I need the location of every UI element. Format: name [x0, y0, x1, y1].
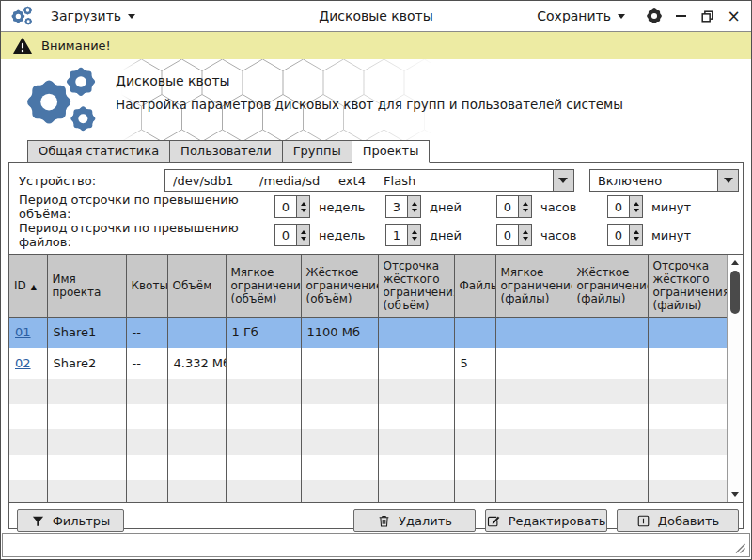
spinner-buttons[interactable]	[296, 225, 309, 245]
window-close-button[interactable]: ×	[726, 8, 742, 24]
device-combobox[interactable]: /dev/sdb1/media/sdext4Flash	[164, 169, 574, 192]
grace-files-weeks-group: 0недель	[274, 224, 385, 246]
grace-files-days-spinner[interactable]: 1	[385, 224, 421, 246]
empty-cell	[126, 480, 167, 503]
window-minimize-button[interactable]	[673, 8, 689, 24]
column-header[interactable]: Отсрочка жёсткого ограничения (объём)	[378, 255, 454, 317]
empty-cell	[378, 404, 454, 429]
projects-table-wrap: ID▲Имя проектаКвотыОбъёмМягкое ограничен…	[9, 254, 743, 503]
status-combobox-arrow[interactable]	[717, 170, 738, 191]
tab-users[interactable]: Пользователи	[169, 140, 283, 163]
spinner-value: 0	[497, 225, 518, 245]
table-cell	[572, 317, 648, 348]
device-label: Устройство:	[19, 174, 164, 188]
quota-status-combobox[interactable]: Включено	[589, 169, 739, 192]
grace-volume-days-spinner[interactable]: 3	[385, 195, 421, 218]
empty-cell	[126, 455, 167, 480]
spinner-buttons[interactable]	[407, 225, 420, 245]
spinner-up-icon	[412, 199, 417, 206]
empty-cell	[9, 455, 47, 480]
save-menu-button[interactable]: Сохранить	[533, 6, 629, 26]
empty-cell	[572, 480, 648, 503]
column-header[interactable]: Квоты	[126, 255, 167, 317]
column-header[interactable]: Мягкое ограничение (файлы)	[495, 255, 572, 317]
grace-files-hours-spinner[interactable]: 0	[496, 224, 532, 246]
edit-button[interactable]: Редактировать	[485, 509, 607, 532]
spinner-buttons[interactable]	[629, 225, 642, 245]
warning-icon	[13, 38, 32, 54]
resize-grip-icon[interactable]	[734, 542, 746, 554]
grace-volume-hours-spinner[interactable]: 0	[496, 195, 532, 218]
add-button-label: Добавить	[658, 514, 719, 528]
empty-cell	[378, 455, 454, 480]
device-combobox-arrow[interactable]	[553, 170, 573, 191]
empty-cell	[9, 480, 47, 503]
empty-cell	[572, 404, 648, 429]
spinner-buttons[interactable]	[296, 196, 309, 217]
vertical-scrollbar[interactable]	[727, 255, 743, 502]
spinner-unit-label: часов	[540, 200, 576, 214]
tab-groups[interactable]: Группы	[282, 140, 352, 163]
tab-projects[interactable]: Проекты	[352, 140, 431, 163]
column-header[interactable]: ID▲	[9, 255, 47, 317]
load-menu-button[interactable]: Загрузить	[47, 6, 139, 26]
trash-icon	[377, 514, 391, 528]
column-header[interactable]: Жёсткое ограничение (файлы)	[572, 255, 648, 317]
grace-volume-weeks-group: 0недель	[274, 195, 385, 218]
table-cell: 1 Гб	[226, 317, 301, 348]
add-button[interactable]: Добавить	[617, 509, 739, 532]
grace-files-minutes-spinner[interactable]: 0	[607, 224, 643, 246]
empty-cell	[47, 429, 126, 455]
spinner-down-icon	[523, 209, 528, 215]
column-header[interactable]: Мягкое ограничение (объём)	[226, 255, 301, 317]
column-header[interactable]: Объём	[167, 255, 226, 317]
spinner-down-icon	[301, 209, 306, 215]
column-header[interactable]: Жёсткое ограничение (объём)	[301, 255, 378, 317]
window-maximize-button[interactable]	[699, 8, 715, 24]
spinner-up-icon	[301, 227, 306, 234]
spinner-unit-label: недель	[319, 228, 365, 242]
projects-table: ID▲Имя проектаКвотыОбъёмМягкое ограничен…	[9, 255, 728, 503]
load-menu-label: Загрузить	[51, 8, 121, 23]
filters-button[interactable]: Фильтры	[17, 509, 124, 532]
scrollbar-thumb[interactable]	[730, 271, 740, 314]
spinner-down-icon	[634, 237, 639, 243]
grace-volume-weeks-spinner[interactable]: 0	[274, 195, 310, 218]
spinner-buttons[interactable]	[518, 225, 531, 245]
grace-volume-minutes-spinner[interactable]: 0	[607, 195, 643, 218]
column-header[interactable]: Отсрочка жёсткого ограничения (файлы)	[648, 255, 727, 317]
warning-banner: Внимание!	[1, 32, 751, 59]
spinner-unit-label: дней	[430, 228, 462, 242]
spinner-down-icon	[634, 209, 639, 215]
empty-cell	[226, 480, 301, 503]
table-cell	[167, 317, 226, 348]
empty-cell	[495, 429, 572, 455]
table-row[interactable]: 01Share1--1 Гб1100 Мб	[9, 317, 727, 348]
tab-general-stats[interactable]: Общая статистика	[27, 140, 170, 163]
table-cell	[648, 317, 727, 348]
table-row[interactable]: 02Share2--4.332 Мб5	[9, 348, 727, 379]
grace-files-weeks-spinner[interactable]: 0	[274, 224, 310, 246]
delete-button[interactable]: Удалить	[353, 509, 476, 532]
table-cell: Share2	[47, 348, 126, 379]
spinner-buttons[interactable]	[518, 196, 531, 217]
status-bar	[2, 533, 750, 557]
save-menu-label: Сохранить	[537, 8, 611, 23]
column-header[interactable]: Имя проекта	[47, 255, 126, 317]
empty-cell	[9, 379, 47, 404]
spinner-buttons[interactable]	[629, 196, 642, 217]
project-id-link[interactable]: 02	[15, 356, 31, 370]
grace-period-label: Период отсрочки по превышению файлов:	[19, 221, 274, 249]
column-header[interactable]: Файлы	[454, 255, 495, 317]
scroll-up-button[interactable]	[728, 256, 743, 269]
page-title: Дисковые квоты	[116, 73, 623, 88]
project-id-link[interactable]: 01	[15, 325, 31, 339]
chevron-down-icon	[724, 178, 733, 188]
triangle-up-icon	[731, 257, 739, 265]
settings-gear-icon[interactable]	[646, 8, 663, 24]
spinner-buttons[interactable]	[407, 196, 420, 217]
scroll-down-button[interactable]	[728, 488, 743, 501]
empty-cell	[9, 429, 47, 455]
empty-cell	[226, 455, 301, 480]
grace-period-row-files: Период отсрочки по превышению файлов:0не…	[9, 221, 743, 249]
